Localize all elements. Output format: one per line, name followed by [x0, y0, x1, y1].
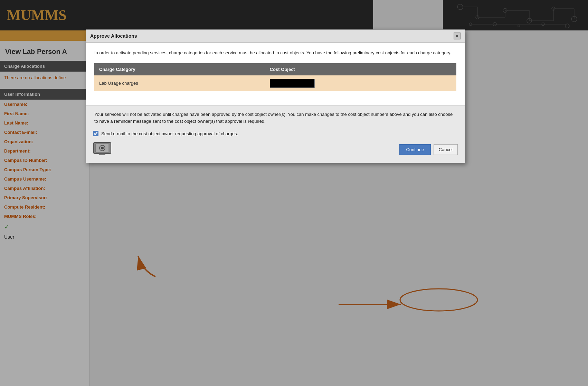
cost-object-input[interactable] — [270, 79, 315, 88]
bottom-actions: Continue Cancel — [93, 142, 458, 157]
modal-title: Approve Allocations — [90, 33, 137, 39]
left-icon-area — [93, 142, 112, 157]
modal-body: In order to activate pending services, c… — [86, 43, 465, 105]
email-checkbox-row: Send e-mail to the cost object owner req… — [93, 131, 458, 136]
email-checkbox-label: Send e-mail to the cost object owner req… — [101, 131, 238, 136]
email-checkbox[interactable] — [93, 131, 98, 136]
svg-point-28 — [101, 147, 104, 149]
monitor-icon — [93, 142, 112, 156]
table-header-cost-object: Cost Object — [265, 63, 456, 75]
modal-titlebar: Approve Allocations × — [86, 30, 465, 43]
charge-category-cell: Lab Usage charges — [94, 75, 265, 91]
monitor-icon-container — [93, 142, 112, 157]
allocations-table: Charge Category Cost Object Lab Usage ch… — [94, 63, 456, 91]
modal-footer-text: Your services will not be activated unti… — [93, 111, 458, 126]
modal-dialog: Approve Allocations × In order to activa… — [86, 29, 465, 163]
cancel-button[interactable]: Cancel — [434, 144, 458, 155]
cost-object-cell — [265, 75, 456, 91]
table-header-charge-category: Charge Category — [94, 63, 265, 75]
continue-button[interactable]: Continue — [399, 144, 430, 155]
modal-footer-area: Your services will not be activated unti… — [86, 105, 465, 163]
modal-close-button[interactable]: × — [454, 33, 461, 39]
button-row: Continue Cancel — [399, 144, 458, 155]
svg-rect-29 — [99, 154, 105, 155]
table-row: Lab Usage charges — [94, 75, 456, 91]
modal-intro-text: In order to activate pending services, c… — [94, 49, 456, 56]
